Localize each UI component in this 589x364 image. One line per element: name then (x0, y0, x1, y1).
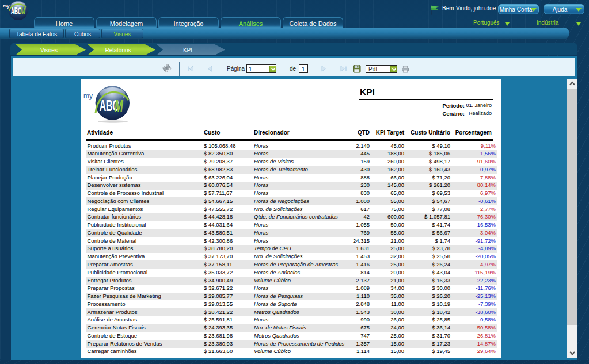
svg-text:Visões: Visões (40, 47, 58, 53)
svg-text:my: my (3, 3, 10, 9)
svg-text:Relatórios: Relatórios (105, 47, 131, 53)
svg-text:M: M (115, 96, 124, 114)
svg-text:KPI: KPI (183, 47, 192, 53)
svg-text:M: M (20, 6, 26, 17)
svg-text:my: my (83, 92, 93, 100)
